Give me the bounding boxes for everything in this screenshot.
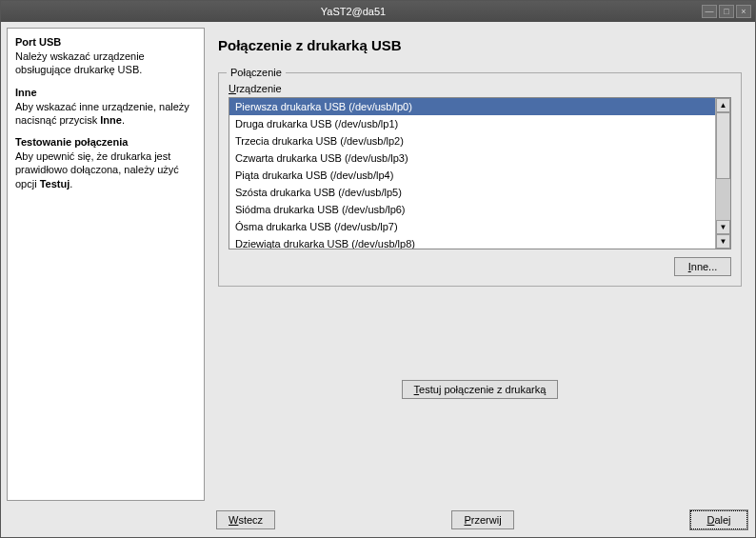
- device-listbox[interactable]: Pierwsza drukarka USB (/dev/usb/lp0)Drug…: [229, 97, 731, 249]
- next-button[interactable]: Dalej: [690, 510, 747, 529]
- scroll-down-icon-2[interactable]: ▼: [716, 234, 730, 249]
- maximize-icon[interactable]: □: [719, 5, 734, 18]
- titlebar: YaST2@da51 — □ ×: [1, 1, 755, 22]
- fieldset-legend: Połączenie: [227, 67, 286, 78]
- window-title: YaST2@da51: [5, 6, 702, 17]
- help-text-2: Aby wskazać inne urządzenie, należy naci…: [15, 100, 196, 128]
- list-item[interactable]: Piąta drukarka USB (/dev/usb/lp4): [229, 167, 715, 184]
- page-title: Połączenie z drukarką USB: [218, 37, 742, 53]
- list-item[interactable]: Szósta drukarka USB (/dev/usb/lp5): [229, 184, 715, 201]
- help-text-3: Aby upewnić się, że drukarka jest prawid…: [15, 149, 196, 190]
- minimize-icon[interactable]: —: [702, 5, 717, 18]
- scroll-track[interactable]: [716, 112, 730, 220]
- list-item[interactable]: Druga drukarka USB (/dev/usb/lp1): [229, 115, 715, 132]
- list-item[interactable]: Dziewiąta drukarka USB (/dev/usb/lp8): [229, 235, 715, 249]
- close-icon[interactable]: ×: [736, 5, 751, 18]
- scrollbar[interactable]: ▲ ▼ ▼: [715, 98, 730, 249]
- help-text-1: Należy wskazać urządzenie obsługujące dr…: [15, 50, 196, 77]
- app-window: YaST2@da51 — □ × Port USB Należy wskazać…: [0, 0, 756, 538]
- main-panel: Połączenie z drukarką USB Połączenie Urz…: [210, 28, 749, 501]
- scroll-up-icon[interactable]: ▲: [716, 98, 730, 112]
- scroll-thumb[interactable]: [716, 112, 730, 179]
- list-item[interactable]: Trzecia drukarka USB (/dev/usb/lp2): [229, 132, 715, 149]
- other-button[interactable]: Inne...: [674, 257, 731, 276]
- back-button[interactable]: Wstecz: [216, 510, 275, 529]
- wizard-footer: Wstecz Przerwij Dalej: [1, 507, 755, 537]
- help-sidebar: Port USB Należy wskazać urządzenie obsłu…: [7, 28, 205, 501]
- window-controls: — □ ×: [702, 5, 751, 18]
- connection-fieldset: Połączenie Urządzenie Pierwsza drukarka …: [218, 72, 742, 287]
- list-item[interactable]: Siódma drukarka USB (/dev/usb/lp6): [229, 201, 715, 218]
- help-heading-3: Testowanie połączenia: [15, 136, 196, 148]
- list-item[interactable]: Czwarta drukarka USB (/dev/usb/lp3): [229, 149, 715, 167]
- device-list-label: Urządzenie: [229, 83, 731, 94]
- list-item[interactable]: Ósma drukarka USB (/dev/usb/lp7): [229, 218, 715, 235]
- test-connection-button[interactable]: Testuj połączenie z drukarką: [402, 380, 559, 399]
- scroll-down-icon[interactable]: ▼: [716, 220, 730, 234]
- help-heading-2: Inne: [15, 87, 196, 98]
- help-heading-1: Port USB: [15, 36, 196, 48]
- abort-button[interactable]: Przerwij: [451, 510, 513, 529]
- list-item[interactable]: Pierwsza drukarka USB (/dev/usb/lp0): [229, 98, 715, 115]
- content-area: Port USB Należy wskazać urządzenie obsłu…: [1, 22, 755, 507]
